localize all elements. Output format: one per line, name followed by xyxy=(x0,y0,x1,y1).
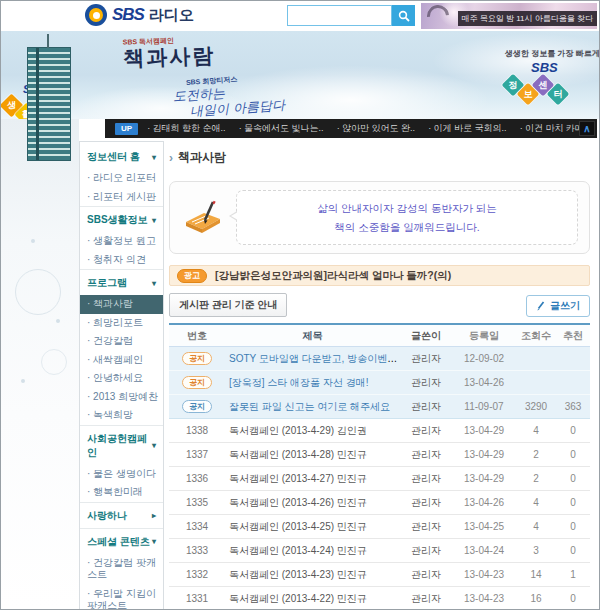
notice-row[interactable]: 공지SOTY 모바일앱 다운받고, 방송이벤트에 바로바로 참여하세요!관리자1… xyxy=(169,347,590,371)
post-title-link[interactable]: 독서캠페인 (2013-4-22) 민진규 xyxy=(229,593,367,604)
sidebar-item[interactable]: · 라디오 리포터 xyxy=(80,169,163,188)
sidebar-item[interactable]: · 리포터 게시판 xyxy=(80,188,163,207)
post-title-link[interactable]: [장욱정] 스타 애장품 자선 경매! xyxy=(229,377,368,388)
post-likes: 363 xyxy=(556,401,590,412)
column-header: 등록일 xyxy=(452,329,516,343)
sidebar-section-title: 스페셜 콘텐츠 xyxy=(87,535,150,549)
chevron-down-icon: ▾ xyxy=(152,216,156,225)
post-title-link[interactable]: 독서캠페인 (2013-4-28) 민진규 xyxy=(229,449,367,460)
post-writer: 관리자 xyxy=(400,496,452,510)
sidebar-item[interactable]: · 우리말 지킴이 팟캐스트 xyxy=(80,585,163,610)
post-number: 1338 xyxy=(169,425,225,436)
table-row[interactable]: 1335독서캠페인 (2013-4-26) 민진규관리자13-04-2640 xyxy=(169,491,590,515)
pencil-icon xyxy=(536,301,546,311)
campaign-logo: SBS 독서캠페인 책과사람 xyxy=(122,34,215,69)
sidebar-item[interactable]: · 건강칼럼 팟캐스트 xyxy=(80,554,163,585)
ticker-item[interactable]: · 물속에서도 빛나는.. xyxy=(239,122,324,135)
intro-line1: 삶의 안내자이자 감성의 동반자가 되는 xyxy=(237,199,577,218)
book-pencil-icon xyxy=(170,199,236,237)
ticker-collapse-button[interactable]: ∧ xyxy=(579,121,595,136)
sidebar-item[interactable]: · 녹색희망 xyxy=(80,406,163,425)
sidebar-section-header[interactable]: 정보센터 홈▾ xyxy=(80,144,163,169)
sidebar-item[interactable]: · 2013 희망예찬 xyxy=(80,388,163,407)
chevron-down-icon: ▾ xyxy=(152,537,156,546)
post-number: 1333 xyxy=(169,545,225,556)
intro-speech-bubble: 삶의 안내자이자 감성의 동반자가 되는 책의 소중함을 일깨워드립니다. xyxy=(236,190,578,245)
post-number: 1332 xyxy=(169,569,225,580)
table-row[interactable]: 1338독서캠페인 (2013-4-29) 김인권관리자13-04-2940 xyxy=(169,419,590,443)
ticker-items: · 김태희 향한 순애..· 물속에서도 빛나는..· 앉아만 있어도 완..·… xyxy=(147,122,579,135)
post-likes: 0 xyxy=(556,497,590,508)
program-intro-box: 삶의 안내자이자 감성의 동반자가 되는 책의 소중함을 일깨워드립니다. xyxy=(169,181,590,254)
post-title-link[interactable]: 독서캠페인 (2013-4-23) 민진규 xyxy=(229,569,367,580)
post-date: 11-09-07 xyxy=(452,401,516,412)
post-number: 1337 xyxy=(169,449,225,460)
chevron-up-icon: ∧ xyxy=(583,124,590,134)
post-title-link[interactable]: 독서캠페인 (2013-4-24) 민진규 xyxy=(229,545,367,556)
notice-badge: 공지 xyxy=(182,352,212,366)
table-row[interactable]: 1331독서캠페인 (2013-4-22) 민진규관리자13-04-23160 xyxy=(169,587,590,610)
sidebar-item[interactable]: · 청취자 의견 xyxy=(80,251,163,270)
sidebar-section-header[interactable]: 프로그램▾ xyxy=(80,269,163,295)
table-row[interactable]: 1337독서캠페인 (2013-4-28) 민진규관리자13-04-2920 xyxy=(169,443,590,467)
ad-notice-title[interactable]: [강남밝은성모안과의원]라식라섹 얼마나 들까?(의) xyxy=(215,269,451,283)
logo-sbs-text: SBS xyxy=(112,5,144,25)
board-guide-button[interactable]: 게시판 관리 기준 안내 xyxy=(169,293,287,317)
news-ticker: UP · 김태희 향한 순애..· 물속에서도 빛나는..· 앉아만 있어도 완… xyxy=(105,119,597,138)
sidebar-item[interactable]: · 행복한미래 xyxy=(80,483,163,502)
sidebar-item[interactable]: · 새싹캠페인 xyxy=(80,351,163,370)
search-button[interactable] xyxy=(392,5,415,26)
sidebar-section-title: 프로그램 xyxy=(87,276,127,290)
table-body: 공지SOTY 모바일앱 다운받고, 방송이벤트에 바로바로 참여하세요!관리자1… xyxy=(169,347,590,610)
post-views: 14 xyxy=(516,569,556,580)
post-number: 1334 xyxy=(169,521,225,532)
ticker-item[interactable]: · 앉아만 있어도 완.. xyxy=(337,122,416,135)
search-icon xyxy=(398,10,410,22)
post-likes: 0 xyxy=(556,593,590,604)
post-title-link[interactable]: SOTY 모바일앱 다운받고, 방송이벤트에 바로바로 참여하세요! xyxy=(229,353,400,364)
ad-badge: 광고 xyxy=(177,269,207,283)
write-post-label: 글쓰기 xyxy=(550,299,580,313)
post-title-link[interactable]: 잘못된 파일 신고는 여기로 해주세요 xyxy=(229,401,390,412)
sidebar-item[interactable]: · 물은 생명이다 xyxy=(80,465,163,484)
ticker-item[interactable]: · 이게 바로 국회의.. xyxy=(428,122,507,135)
sidebar-section-header[interactable]: SBS생활정보▾ xyxy=(80,206,163,232)
sbs-radio-logo[interactable]: SBS 라디오 xyxy=(85,4,194,26)
post-title-link[interactable]: 독서캠페인 (2013-4-25) 민진규 xyxy=(229,521,367,532)
notice-row[interactable]: 공지잘못된 파일 신고는 여기로 해주세요관리자11-09-073290363 xyxy=(169,395,590,419)
ticker-item[interactable]: · 김태희 향한 순애.. xyxy=(147,122,226,135)
info-center-sbs: SBS xyxy=(531,60,597,75)
dot-decoration xyxy=(21,379,25,383)
sidebar-item[interactable]: · 희망리포트 xyxy=(80,314,163,333)
logo-char: 터 xyxy=(554,88,563,101)
sidebar-section-header[interactable]: 사회공헌캠페인▾ xyxy=(80,425,163,465)
sidebar-item[interactable]: · 안녕하세요 xyxy=(80,369,163,388)
main-content: › 책과사람 삶의 안내자이자 감성의 동반자가 되는 책의 소중함을 일깨워드 xyxy=(164,141,597,609)
info-center-logo: 생생한 정보를 가장 빠르게 SBS 정보센터 xyxy=(505,48,597,118)
column-header: 번호 xyxy=(169,329,225,343)
post-title-link[interactable]: 독서캠페인 (2013-4-27) 민진규 xyxy=(229,473,367,484)
post-views: 4 xyxy=(516,425,556,436)
table-row[interactable]: 1332독서캠페인 (2013-4-23) 민진규관리자13-04-23141 xyxy=(169,563,590,587)
sidebar-section-header[interactable]: 스페셜 콘텐츠▾ xyxy=(80,528,163,554)
ad-notice-row[interactable]: 광고 [강남밝은성모안과의원]라식라섹 얼마나 들까?(의) xyxy=(169,265,590,286)
notice-row[interactable]: 공지[장욱정] 스타 애장품 자선 경매!관리자13-04-26 xyxy=(169,371,590,395)
post-number: 1336 xyxy=(169,473,225,484)
post-likes: 1 xyxy=(556,569,590,580)
table-row[interactable]: 1336독서캠페인 (2013-4-27) 민진규관리자13-04-2920 xyxy=(169,467,590,491)
sidebar-section-header[interactable]: 사랑하나▸ xyxy=(80,502,163,528)
table-row[interactable]: 1333독서캠페인 (2013-4-24) 민진규관리자13-04-2430 xyxy=(169,539,590,563)
sidebar-item[interactable]: · 책과사람 xyxy=(80,295,163,314)
write-post-button[interactable]: 글쓰기 xyxy=(526,295,590,317)
post-title-link[interactable]: 독서캠페인 (2013-4-26) 민진규 xyxy=(229,497,367,508)
post-date: 13-04-24 xyxy=(452,545,516,556)
table-row[interactable]: 1334독서캠페인 (2013-4-25) 민진규관리자13-04-2540 xyxy=(169,515,590,539)
post-title-link[interactable]: 독서캠페인 (2013-4-29) 김인권 xyxy=(229,425,367,436)
ticker-item[interactable]: · 이건 마치 카메라.. xyxy=(520,122,579,135)
sidebar-item[interactable]: · 생활정보 원고 xyxy=(80,232,163,251)
sidebar-item[interactable]: · 건강칼럼 xyxy=(80,332,163,351)
search-input[interactable] xyxy=(287,5,392,26)
board-table: 번호제목글쓴이등록일조회수추천 공지SOTY 모바일앱 다운받고, 방송이벤트에… xyxy=(169,323,590,610)
top-banner-ad[interactable]: 매주 목요일 밤 11시 아름다움을 찾다 xyxy=(421,3,597,29)
column-header: 제목 xyxy=(225,329,400,343)
